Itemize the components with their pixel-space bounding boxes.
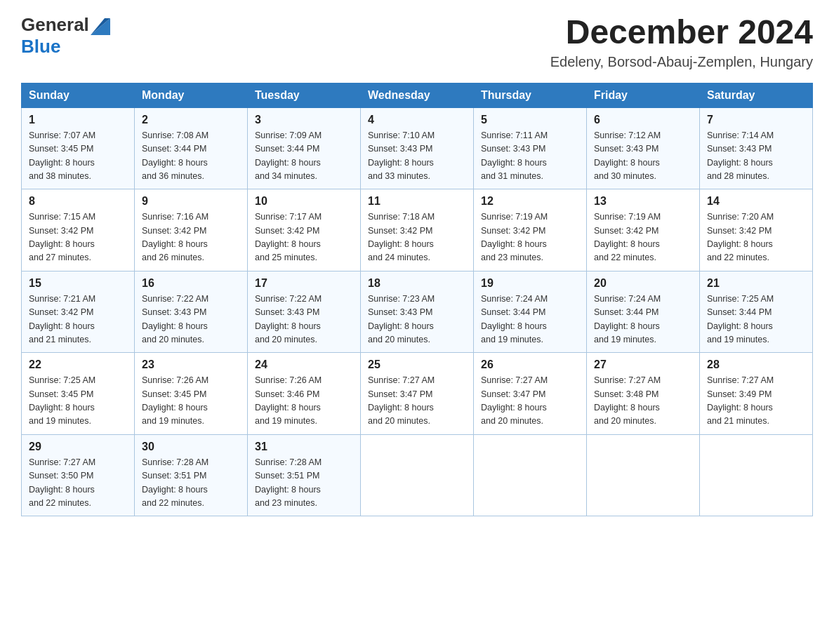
calendar-header: SundayMondayTuesdayWednesdayThursdayFrid…: [22, 83, 813, 107]
day-cell: 20 Sunrise: 7:24 AMSunset: 3:44 PMDaylig…: [587, 271, 700, 353]
day-info: Sunrise: 7:24 AMSunset: 3:44 PMDaylight:…: [594, 294, 661, 344]
header-wednesday: Wednesday: [361, 83, 474, 107]
day-info: Sunrise: 7:17 AMSunset: 3:42 PMDaylight:…: [255, 212, 322, 262]
day-cell: 5 Sunrise: 7:11 AMSunset: 3:43 PMDayligh…: [474, 107, 587, 189]
day-cell: 13 Sunrise: 7:19 AMSunset: 3:42 PMDaylig…: [587, 189, 700, 271]
day-info: Sunrise: 7:25 AMSunset: 3:44 PMDaylight:…: [707, 294, 774, 344]
day-info: Sunrise: 7:08 AMSunset: 3:44 PMDaylight:…: [142, 130, 208, 181]
day-info: Sunrise: 7:12 AMSunset: 3:43 PMDaylight:…: [594, 130, 661, 181]
day-number: 18: [368, 277, 466, 290]
week-row-5: 29 Sunrise: 7:27 AMSunset: 3:50 PMDaylig…: [22, 434, 813, 516]
day-info: Sunrise: 7:28 AMSunset: 3:51 PMDaylight:…: [142, 457, 208, 508]
day-number: 28: [707, 358, 805, 371]
day-number: 24: [255, 358, 353, 371]
day-cell: 30 Sunrise: 7:28 AMSunset: 3:51 PMDaylig…: [135, 434, 248, 516]
day-number: 3: [255, 114, 353, 126]
day-info: Sunrise: 7:07 AMSunset: 3:45 PMDaylight:…: [29, 130, 95, 181]
day-number: 7: [707, 114, 805, 126]
day-info: Sunrise: 7:22 AMSunset: 3:43 PMDaylight:…: [255, 294, 322, 344]
day-info: Sunrise: 7:19 AMSunset: 3:42 PMDaylight:…: [594, 212, 661, 262]
day-number: 14: [707, 195, 805, 208]
header-friday: Friday: [587, 83, 700, 107]
day-cell: 28 Sunrise: 7:27 AMSunset: 3:49 PMDaylig…: [700, 353, 813, 435]
day-cell: 18 Sunrise: 7:23 AMSunset: 3:43 PMDaylig…: [361, 271, 474, 353]
day-cell: 4 Sunrise: 7:10 AMSunset: 3:43 PMDayligh…: [361, 107, 474, 189]
day-info: Sunrise: 7:09 AMSunset: 3:44 PMDaylight:…: [255, 130, 322, 181]
day-info: Sunrise: 7:22 AMSunset: 3:43 PMDaylight:…: [142, 294, 208, 344]
day-cell: 24 Sunrise: 7:26 AMSunset: 3:46 PMDaylig…: [248, 353, 361, 435]
day-cell: 14 Sunrise: 7:20 AMSunset: 3:42 PMDaylig…: [700, 189, 813, 271]
week-row-2: 8 Sunrise: 7:15 AMSunset: 3:42 PMDayligh…: [22, 189, 813, 271]
day-cell: [587, 434, 700, 516]
logo-blue: Blue: [21, 36, 60, 58]
day-cell: 23 Sunrise: 7:26 AMSunset: 3:45 PMDaylig…: [135, 353, 248, 435]
day-cell: 3 Sunrise: 7:09 AMSunset: 3:44 PMDayligh…: [248, 107, 361, 189]
day-cell: [361, 434, 474, 516]
page-header: General Blue December 2024 Edeleny, Bors…: [21, 14, 813, 70]
day-info: Sunrise: 7:26 AMSunset: 3:45 PMDaylight:…: [142, 375, 208, 426]
day-cell: 9 Sunrise: 7:16 AMSunset: 3:42 PMDayligh…: [135, 189, 248, 271]
day-number: 1: [29, 114, 127, 126]
day-info: Sunrise: 7:27 AMSunset: 3:48 PMDaylight:…: [594, 375, 661, 426]
day-number: 22: [29, 358, 127, 371]
day-cell: 26 Sunrise: 7:27 AMSunset: 3:47 PMDaylig…: [474, 353, 587, 435]
day-info: Sunrise: 7:27 AMSunset: 3:47 PMDaylight:…: [368, 375, 435, 426]
day-cell: 12 Sunrise: 7:19 AMSunset: 3:42 PMDaylig…: [474, 189, 587, 271]
logo-general: General: [21, 14, 89, 36]
day-number: 16: [142, 277, 240, 290]
day-number: 15: [29, 277, 127, 290]
day-number: 13: [594, 195, 692, 208]
day-number: 11: [368, 195, 466, 208]
day-number: 27: [594, 358, 692, 371]
day-cell: 29 Sunrise: 7:27 AMSunset: 3:50 PMDaylig…: [22, 434, 135, 516]
day-info: Sunrise: 7:15 AMSunset: 3:42 PMDaylight:…: [29, 212, 95, 262]
day-cell: 15 Sunrise: 7:21 AMSunset: 3:42 PMDaylig…: [22, 271, 135, 353]
day-cell: 19 Sunrise: 7:24 AMSunset: 3:44 PMDaylig…: [474, 271, 587, 353]
day-info: Sunrise: 7:23 AMSunset: 3:43 PMDaylight:…: [368, 294, 435, 344]
day-cell: 6 Sunrise: 7:12 AMSunset: 3:43 PMDayligh…: [587, 107, 700, 189]
day-info: Sunrise: 7:11 AMSunset: 3:43 PMDaylight:…: [481, 130, 548, 181]
day-cell: 25 Sunrise: 7:27 AMSunset: 3:47 PMDaylig…: [361, 353, 474, 435]
day-cell: 31 Sunrise: 7:28 AMSunset: 3:51 PMDaylig…: [248, 434, 361, 516]
day-cell: 1 Sunrise: 7:07 AMSunset: 3:45 PMDayligh…: [22, 107, 135, 189]
day-info: Sunrise: 7:25 AMSunset: 3:45 PMDaylight:…: [29, 375, 95, 426]
day-number: 31: [255, 441, 353, 453]
day-cell: 17 Sunrise: 7:22 AMSunset: 3:43 PMDaylig…: [248, 271, 361, 353]
logo-icon: [91, 15, 110, 35]
day-cell: 11 Sunrise: 7:18 AMSunset: 3:42 PMDaylig…: [361, 189, 474, 271]
day-cell: 2 Sunrise: 7:08 AMSunset: 3:44 PMDayligh…: [135, 107, 248, 189]
day-cell: 16 Sunrise: 7:22 AMSunset: 3:43 PMDaylig…: [135, 271, 248, 353]
day-number: 26: [481, 358, 579, 371]
day-cell: [700, 434, 813, 516]
day-number: 29: [29, 441, 127, 453]
day-number: 5: [481, 114, 579, 126]
location-title: Edeleny, Borsod-Abauj-Zemplen, Hungary: [550, 54, 813, 70]
day-info: Sunrise: 7:27 AMSunset: 3:49 PMDaylight:…: [707, 375, 774, 426]
day-number: 9: [142, 195, 240, 208]
day-info: Sunrise: 7:24 AMSunset: 3:44 PMDaylight:…: [481, 294, 548, 344]
day-info: Sunrise: 7:19 AMSunset: 3:42 PMDaylight:…: [481, 212, 548, 262]
title-block: December 2024 Edeleny, Borsod-Abauj-Zemp…: [550, 14, 813, 70]
day-info: Sunrise: 7:14 AMSunset: 3:43 PMDaylight:…: [707, 130, 774, 181]
day-info: Sunrise: 7:27 AMSunset: 3:50 PMDaylight:…: [29, 457, 95, 508]
day-info: Sunrise: 7:28 AMSunset: 3:51 PMDaylight:…: [255, 457, 322, 508]
header-thursday: Thursday: [474, 83, 587, 107]
day-number: 25: [368, 358, 466, 371]
day-number: 17: [255, 277, 353, 290]
header-saturday: Saturday: [700, 83, 813, 107]
day-number: 21: [707, 277, 805, 290]
day-info: Sunrise: 7:10 AMSunset: 3:43 PMDaylight:…: [368, 130, 435, 181]
day-cell: 27 Sunrise: 7:27 AMSunset: 3:48 PMDaylig…: [587, 353, 700, 435]
day-number: 23: [142, 358, 240, 371]
header-tuesday: Tuesday: [248, 83, 361, 107]
day-cell: 10 Sunrise: 7:17 AMSunset: 3:42 PMDaylig…: [248, 189, 361, 271]
day-number: 12: [481, 195, 579, 208]
day-cell: [474, 434, 587, 516]
day-number: 8: [29, 195, 127, 208]
day-cell: 22 Sunrise: 7:25 AMSunset: 3:45 PMDaylig…: [22, 353, 135, 435]
day-number: 4: [368, 114, 466, 126]
day-cell: 21 Sunrise: 7:25 AMSunset: 3:44 PMDaylig…: [700, 271, 813, 353]
week-row-1: 1 Sunrise: 7:07 AMSunset: 3:45 PMDayligh…: [22, 107, 813, 189]
logo: General Blue: [21, 14, 110, 58]
week-row-3: 15 Sunrise: 7:21 AMSunset: 3:42 PMDaylig…: [22, 271, 813, 353]
